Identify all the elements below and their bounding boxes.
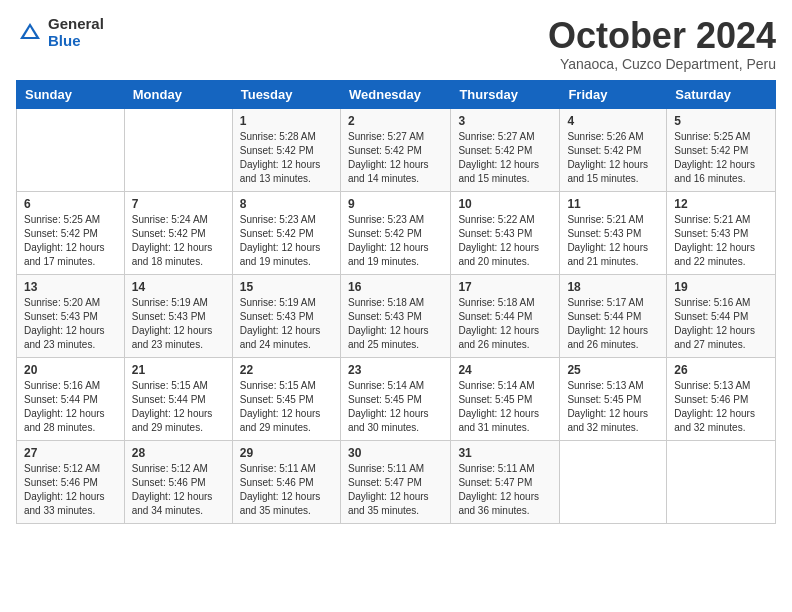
day-number: 29 bbox=[240, 446, 333, 460]
day-number: 31 bbox=[458, 446, 552, 460]
day-number: 5 bbox=[674, 114, 768, 128]
calendar-day-cell: 8Sunrise: 5:23 AM Sunset: 5:42 PM Daylig… bbox=[232, 191, 340, 274]
day-detail: Sunrise: 5:12 AM Sunset: 5:46 PM Dayligh… bbox=[24, 463, 105, 516]
calendar-day-cell: 6Sunrise: 5:25 AM Sunset: 5:42 PM Daylig… bbox=[17, 191, 125, 274]
day-number: 20 bbox=[24, 363, 117, 377]
day-number: 16 bbox=[348, 280, 443, 294]
day-detail: Sunrise: 5:15 AM Sunset: 5:44 PM Dayligh… bbox=[132, 380, 213, 433]
calendar-week-row: 20Sunrise: 5:16 AM Sunset: 5:44 PM Dayli… bbox=[17, 357, 776, 440]
day-detail: Sunrise: 5:22 AM Sunset: 5:43 PM Dayligh… bbox=[458, 214, 539, 267]
month-title: October 2024 bbox=[548, 16, 776, 56]
logo: General Blue bbox=[16, 16, 104, 49]
calendar-day-cell: 9Sunrise: 5:23 AM Sunset: 5:42 PM Daylig… bbox=[340, 191, 450, 274]
calendar-day-cell: 25Sunrise: 5:13 AM Sunset: 5:45 PM Dayli… bbox=[560, 357, 667, 440]
calendar-day-cell: 10Sunrise: 5:22 AM Sunset: 5:43 PM Dayli… bbox=[451, 191, 560, 274]
logo-icon bbox=[16, 19, 44, 47]
day-detail: Sunrise: 5:12 AM Sunset: 5:46 PM Dayligh… bbox=[132, 463, 213, 516]
day-number: 25 bbox=[567, 363, 659, 377]
day-detail: Sunrise: 5:11 AM Sunset: 5:46 PM Dayligh… bbox=[240, 463, 321, 516]
calendar-table: SundayMondayTuesdayWednesdayThursdayFrid… bbox=[16, 80, 776, 524]
day-detail: Sunrise: 5:18 AM Sunset: 5:43 PM Dayligh… bbox=[348, 297, 429, 350]
day-detail: Sunrise: 5:26 AM Sunset: 5:42 PM Dayligh… bbox=[567, 131, 648, 184]
day-number: 21 bbox=[132, 363, 225, 377]
calendar-body: 1Sunrise: 5:28 AM Sunset: 5:42 PM Daylig… bbox=[17, 108, 776, 523]
weekday-header-cell: Sunday bbox=[17, 80, 125, 108]
logo-general-text: General bbox=[48, 16, 104, 33]
day-number: 27 bbox=[24, 446, 117, 460]
calendar-day-cell: 2Sunrise: 5:27 AM Sunset: 5:42 PM Daylig… bbox=[340, 108, 450, 191]
day-number: 19 bbox=[674, 280, 768, 294]
calendar-day-cell: 30Sunrise: 5:11 AM Sunset: 5:47 PM Dayli… bbox=[340, 440, 450, 523]
day-number: 22 bbox=[240, 363, 333, 377]
day-detail: Sunrise: 5:23 AM Sunset: 5:42 PM Dayligh… bbox=[348, 214, 429, 267]
day-number: 30 bbox=[348, 446, 443, 460]
weekday-header-row: SundayMondayTuesdayWednesdayThursdayFrid… bbox=[17, 80, 776, 108]
day-detail: Sunrise: 5:11 AM Sunset: 5:47 PM Dayligh… bbox=[458, 463, 539, 516]
calendar-day-cell: 17Sunrise: 5:18 AM Sunset: 5:44 PM Dayli… bbox=[451, 274, 560, 357]
day-detail: Sunrise: 5:18 AM Sunset: 5:44 PM Dayligh… bbox=[458, 297, 539, 350]
weekday-header-cell: Wednesday bbox=[340, 80, 450, 108]
calendar-day-cell: 5Sunrise: 5:25 AM Sunset: 5:42 PM Daylig… bbox=[667, 108, 776, 191]
day-number: 15 bbox=[240, 280, 333, 294]
day-number: 12 bbox=[674, 197, 768, 211]
day-number: 26 bbox=[674, 363, 768, 377]
day-detail: Sunrise: 5:20 AM Sunset: 5:43 PM Dayligh… bbox=[24, 297, 105, 350]
day-number: 28 bbox=[132, 446, 225, 460]
day-detail: Sunrise: 5:14 AM Sunset: 5:45 PM Dayligh… bbox=[348, 380, 429, 433]
day-number: 18 bbox=[567, 280, 659, 294]
calendar-day-cell bbox=[124, 108, 232, 191]
day-detail: Sunrise: 5:24 AM Sunset: 5:42 PM Dayligh… bbox=[132, 214, 213, 267]
calendar-day-cell: 22Sunrise: 5:15 AM Sunset: 5:45 PM Dayli… bbox=[232, 357, 340, 440]
day-number: 9 bbox=[348, 197, 443, 211]
day-detail: Sunrise: 5:17 AM Sunset: 5:44 PM Dayligh… bbox=[567, 297, 648, 350]
weekday-header-cell: Saturday bbox=[667, 80, 776, 108]
calendar-day-cell: 1Sunrise: 5:28 AM Sunset: 5:42 PM Daylig… bbox=[232, 108, 340, 191]
calendar-day-cell: 29Sunrise: 5:11 AM Sunset: 5:46 PM Dayli… bbox=[232, 440, 340, 523]
day-number: 14 bbox=[132, 280, 225, 294]
weekday-header-cell: Monday bbox=[124, 80, 232, 108]
calendar-week-row: 27Sunrise: 5:12 AM Sunset: 5:46 PM Dayli… bbox=[17, 440, 776, 523]
calendar-day-cell: 27Sunrise: 5:12 AM Sunset: 5:46 PM Dayli… bbox=[17, 440, 125, 523]
day-detail: Sunrise: 5:16 AM Sunset: 5:44 PM Dayligh… bbox=[24, 380, 105, 433]
location-title: Yanaoca, Cuzco Department, Peru bbox=[548, 56, 776, 72]
calendar-day-cell: 14Sunrise: 5:19 AM Sunset: 5:43 PM Dayli… bbox=[124, 274, 232, 357]
day-detail: Sunrise: 5:11 AM Sunset: 5:47 PM Dayligh… bbox=[348, 463, 429, 516]
day-detail: Sunrise: 5:15 AM Sunset: 5:45 PM Dayligh… bbox=[240, 380, 321, 433]
calendar-week-row: 6Sunrise: 5:25 AM Sunset: 5:42 PM Daylig… bbox=[17, 191, 776, 274]
day-number: 2 bbox=[348, 114, 443, 128]
calendar-day-cell: 18Sunrise: 5:17 AM Sunset: 5:44 PM Dayli… bbox=[560, 274, 667, 357]
day-number: 13 bbox=[24, 280, 117, 294]
day-number: 1 bbox=[240, 114, 333, 128]
logo-blue-text: Blue bbox=[48, 33, 104, 50]
day-detail: Sunrise: 5:21 AM Sunset: 5:43 PM Dayligh… bbox=[567, 214, 648, 267]
calendar-day-cell: 13Sunrise: 5:20 AM Sunset: 5:43 PM Dayli… bbox=[17, 274, 125, 357]
calendar-day-cell: 26Sunrise: 5:13 AM Sunset: 5:46 PM Dayli… bbox=[667, 357, 776, 440]
calendar-day-cell: 7Sunrise: 5:24 AM Sunset: 5:42 PM Daylig… bbox=[124, 191, 232, 274]
day-number: 4 bbox=[567, 114, 659, 128]
calendar-day-cell: 16Sunrise: 5:18 AM Sunset: 5:43 PM Dayli… bbox=[340, 274, 450, 357]
day-detail: Sunrise: 5:13 AM Sunset: 5:46 PM Dayligh… bbox=[674, 380, 755, 433]
calendar-day-cell bbox=[667, 440, 776, 523]
calendar-day-cell: 19Sunrise: 5:16 AM Sunset: 5:44 PM Dayli… bbox=[667, 274, 776, 357]
day-detail: Sunrise: 5:14 AM Sunset: 5:45 PM Dayligh… bbox=[458, 380, 539, 433]
day-number: 8 bbox=[240, 197, 333, 211]
calendar-day-cell: 23Sunrise: 5:14 AM Sunset: 5:45 PM Dayli… bbox=[340, 357, 450, 440]
day-detail: Sunrise: 5:13 AM Sunset: 5:45 PM Dayligh… bbox=[567, 380, 648, 433]
day-number: 23 bbox=[348, 363, 443, 377]
day-detail: Sunrise: 5:27 AM Sunset: 5:42 PM Dayligh… bbox=[458, 131, 539, 184]
day-detail: Sunrise: 5:25 AM Sunset: 5:42 PM Dayligh… bbox=[24, 214, 105, 267]
calendar-day-cell: 28Sunrise: 5:12 AM Sunset: 5:46 PM Dayli… bbox=[124, 440, 232, 523]
day-number: 6 bbox=[24, 197, 117, 211]
day-detail: Sunrise: 5:25 AM Sunset: 5:42 PM Dayligh… bbox=[674, 131, 755, 184]
calendar-week-row: 1Sunrise: 5:28 AM Sunset: 5:42 PM Daylig… bbox=[17, 108, 776, 191]
calendar-day-cell: 20Sunrise: 5:16 AM Sunset: 5:44 PM Dayli… bbox=[17, 357, 125, 440]
calendar-day-cell: 31Sunrise: 5:11 AM Sunset: 5:47 PM Dayli… bbox=[451, 440, 560, 523]
calendar-day-cell bbox=[17, 108, 125, 191]
day-number: 7 bbox=[132, 197, 225, 211]
day-number: 10 bbox=[458, 197, 552, 211]
day-detail: Sunrise: 5:16 AM Sunset: 5:44 PM Dayligh… bbox=[674, 297, 755, 350]
day-detail: Sunrise: 5:19 AM Sunset: 5:43 PM Dayligh… bbox=[132, 297, 213, 350]
calendar-day-cell: 11Sunrise: 5:21 AM Sunset: 5:43 PM Dayli… bbox=[560, 191, 667, 274]
calendar-day-cell: 12Sunrise: 5:21 AM Sunset: 5:43 PM Dayli… bbox=[667, 191, 776, 274]
day-number: 11 bbox=[567, 197, 659, 211]
